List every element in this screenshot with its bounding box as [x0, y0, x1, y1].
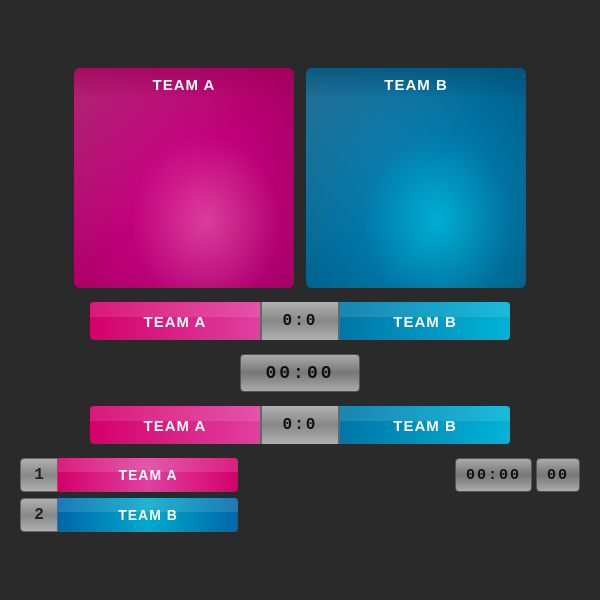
team-b-card: TEAM B [306, 68, 526, 288]
timer2-main: 00:00 [455, 458, 532, 492]
team-a-number: 1 [20, 458, 58, 492]
team-b-row: 2 TEAM B [20, 498, 580, 532]
right-timer: 00:00 00 [455, 458, 580, 492]
team-b-name-pill: TEAM B [58, 498, 238, 532]
scoreboard-row-2: TEAM A 0:0 TEAM B [20, 406, 580, 444]
timer1-display: 00:00 [240, 354, 360, 392]
team-a-name-pill: TEAM A [58, 458, 238, 492]
team-a-card: TEAM A [74, 68, 294, 288]
team-b-card-label: TEAM B [306, 68, 526, 99]
team-b-number: 2 [20, 498, 58, 532]
scoreboard-row-1: TEAM A 0:0 TEAM B [20, 302, 580, 340]
team-a-card-label: TEAM A [74, 68, 294, 99]
main-container: TEAM A TEAM B TEAM A 0:0 TEAM B 00:00 TE… [20, 68, 580, 532]
bottom-row-team-a: 1 TEAM A 00:00 00 [20, 458, 580, 492]
scoreboard1-team-b: TEAM B [340, 302, 510, 340]
timer2-extra: 00 [536, 458, 580, 492]
team-a-row: 1 TEAM A [20, 458, 238, 492]
scoreboard1-score: 0:0 [260, 302, 340, 340]
bottom-rows: 1 TEAM A 00:00 00 2 TEAM B [20, 458, 580, 532]
scoreboard2-score: 0:0 [260, 406, 340, 444]
scoreboard2-team-b: TEAM B [340, 406, 510, 444]
timer-row-1: 00:00 [20, 354, 580, 392]
scoreboard2-team-a: TEAM A [90, 406, 260, 444]
scoreboard1-team-a: TEAM A [90, 302, 260, 340]
top-cards-row: TEAM A TEAM B [20, 68, 580, 288]
